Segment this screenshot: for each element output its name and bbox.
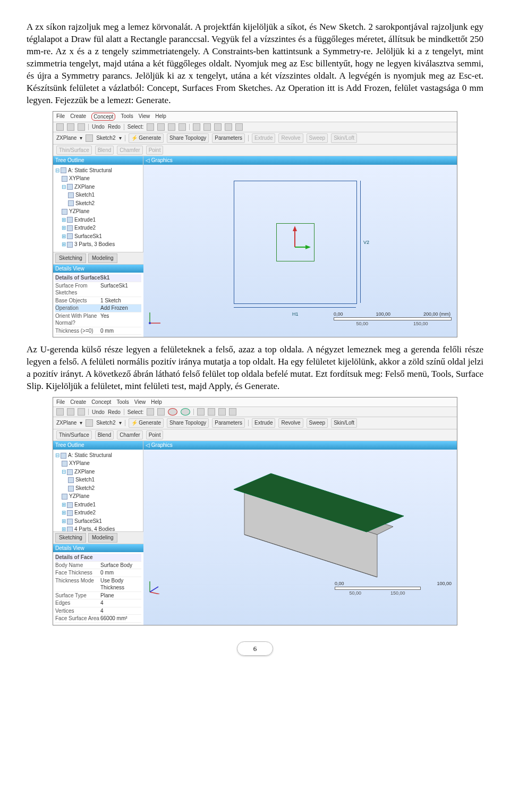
dv-row[interactable]: Surface TypePlane (55, 592, 141, 600)
sel-edge-icon[interactable] (157, 123, 165, 131)
dv-row-thickness[interactable]: Thickness (>=0)0 mm (55, 327, 141, 335)
menu-view[interactable]: View (139, 113, 150, 121)
undo-button[interactable]: Undo (92, 123, 105, 131)
generate-button[interactable]: ⚡ Generate (129, 133, 164, 143)
plane-icon[interactable] (86, 419, 93, 427)
skinloft-button-2[interactable]: Skin/Loft (331, 418, 357, 428)
rotate-icon[interactable] (193, 123, 200, 131)
tree-root-2[interactable]: ⊟A: Static Structural (55, 451, 141, 460)
tree-sketch2[interactable]: Sketch2 (55, 199, 141, 208)
zoom-icon[interactable] (214, 123, 222, 131)
dv-row-operation[interactable]: OperationAdd Frozen (55, 304, 141, 312)
dv-row[interactable]: Face Thickness0 mm (55, 569, 141, 577)
thinsurface-button-2[interactable]: Thin/Surface (56, 430, 92, 440)
fit-icon[interactable] (229, 408, 236, 416)
menu-view-2[interactable]: View (134, 399, 146, 406)
dv-row[interactable]: Face Surface Area66000 mm² (55, 615, 141, 623)
tree-extrude2[interactable]: ⊞Extrude2 (55, 224, 141, 232)
tree-tabs[interactable]: Sketching Modeling (53, 252, 143, 264)
canvas-2[interactable]: 0,00100,00 50,00150,00 (143, 450, 457, 598)
plane-dropdown[interactable]: ZXPlane (56, 134, 76, 142)
revolve-button[interactable]: Revolve (278, 133, 303, 143)
tree-extrude1[interactable]: ⊞Extrude1 (55, 216, 141, 224)
canvas-1[interactable]: H1 V2 0,00100,00200,00 (mm) 50,00150,00 (143, 165, 457, 329)
menubar[interactable]: File Create Concept Tools View Help (53, 112, 457, 123)
tree-item[interactable]: XYPlane (55, 459, 141, 468)
fit-icon[interactable] (225, 123, 232, 131)
zoom-box-icon[interactable] (235, 123, 243, 131)
dv-row-base[interactable]: Base Objects1 Sketch (55, 297, 141, 305)
toolbar-2-2[interactable]: ZXPlane▾ Sketch2▾ ⚡ Generate Share Topol… (53, 417, 457, 429)
share-topology-button[interactable]: Share Topology (167, 133, 209, 143)
point-button[interactable]: Point (146, 146, 164, 155)
sel-body-icon[interactable] (178, 123, 186, 131)
thinsurface-button[interactable]: Thin/Surface (56, 146, 92, 155)
toolbar-2-1[interactable]: Undo Redo Select: (53, 407, 457, 417)
dv-row-orient[interactable]: Orient With Plane Normal?Yes (55, 312, 141, 327)
sel-edge-icon[interactable] (157, 408, 165, 416)
point-button-2[interactable]: Point (146, 430, 164, 440)
tree-xyplane[interactable]: XYPlane (55, 174, 141, 183)
menu-help[interactable]: Help (155, 113, 166, 121)
sketch-dropdown-2[interactable]: Sketch2 (96, 419, 115, 427)
tab-modeling[interactable]: Modeling (88, 253, 117, 263)
tree-outline-2[interactable]: Tree Outline ⊟A: Static Structural XYPla… (53, 441, 143, 531)
pan-icon[interactable] (203, 123, 211, 131)
tree-item[interactable]: ⊞SurfaceSk1 (55, 517, 141, 526)
tree-sketch1[interactable]: Sketch1 (55, 191, 141, 199)
dv-row[interactable]: Edges4 (55, 599, 141, 607)
menu-create-2[interactable]: Create (70, 399, 86, 406)
chamfer-button[interactable]: Chamfer (117, 146, 142, 155)
menu-help-2[interactable]: Help (151, 399, 162, 406)
tree-yzplane[interactable]: YZPlane (55, 207, 141, 216)
new-icon[interactable] (56, 123, 64, 131)
sel-face-icon[interactable] (168, 123, 175, 131)
open-icon[interactable] (67, 123, 74, 131)
dv-row[interactable]: Vertices4 (55, 607, 141, 615)
revolve-button-2[interactable]: Revolve (278, 418, 303, 428)
tree-outline[interactable]: Tree Outline ⊟A: Static Structural XYPla… (53, 156, 143, 252)
redo-button[interactable]: Redo (108, 409, 121, 416)
toolbar-3[interactable]: Thin/Surface Blend Chamfer Point (53, 145, 457, 157)
menubar-2[interactable]: File Create Concept Tools View Help (53, 397, 457, 408)
details-view-2[interactable]: Details View Details of Face Body NameSu… (53, 544, 143, 625)
tree-item[interactable]: YZPlane (55, 492, 141, 501)
details-view-1[interactable]: Details View Details of SurfaceSk1 Surfa… (53, 264, 143, 337)
skinloft-button[interactable]: Skin/Loft (331, 133, 357, 143)
redo-button[interactable]: Redo (108, 123, 121, 131)
tree-item[interactable]: ⊞Extrude1 (55, 501, 141, 509)
plane-icon[interactable] (86, 134, 93, 142)
rotate-icon[interactable] (197, 408, 205, 416)
share-topology-button-2[interactable]: Share Topology (167, 418, 209, 428)
sel-face-icon[interactable] (168, 408, 177, 416)
menu-file[interactable]: File (56, 113, 65, 121)
new-icon[interactable] (56, 408, 64, 416)
extrude-button[interactable]: Extrude (252, 133, 275, 143)
graphics-area-1[interactable]: ◁ Graphics H1 V2 (143, 156, 457, 337)
extrude-button-2[interactable]: Extrude (252, 418, 275, 428)
chamfer-button-2[interactable]: Chamfer (117, 430, 142, 440)
dv-row[interactable]: Body NameSurface Body (55, 562, 141, 570)
tree-item[interactable]: Sketch2 (55, 484, 141, 493)
save-icon[interactable] (78, 408, 85, 416)
menu-concept[interactable]: Concept (91, 113, 115, 121)
sweep-button-2[interactable]: Sweep (307, 418, 328, 428)
tree-root[interactable]: ⊟A: Static Structural (55, 166, 141, 175)
tab-modeling-2[interactable]: Modeling (88, 533, 117, 543)
sel-point-icon[interactable] (147, 123, 154, 131)
sel-body-icon[interactable] (181, 408, 190, 416)
parameters-button-2[interactable]: Parameters (212, 418, 245, 428)
toolbar-1[interactable]: Undo Redo Select: (53, 122, 457, 132)
tree-item[interactable]: ⊞Extrude2 (55, 509, 141, 517)
toolbar-2[interactable]: ZXPlane ▾ Sketch2 ▾ ⚡ Generate Share Top… (53, 132, 457, 145)
sel-point-icon[interactable] (147, 408, 154, 416)
generate-button-2[interactable]: ⚡ Generate (129, 418, 164, 428)
open-icon[interactable] (67, 408, 74, 416)
dv-row-surface[interactable]: Surface From SketchesSurfaceSk1 (55, 282, 141, 297)
menu-concept-2[interactable]: Concept (91, 399, 111, 406)
tree-item[interactable]: Sketch1 (55, 476, 141, 484)
blend-button[interactable]: Blend (95, 146, 114, 155)
save-icon[interactable] (78, 123, 85, 131)
tab-sketching[interactable]: Sketching (55, 253, 86, 263)
plane-dropdown-2[interactable]: ZXPlane (56, 419, 76, 427)
